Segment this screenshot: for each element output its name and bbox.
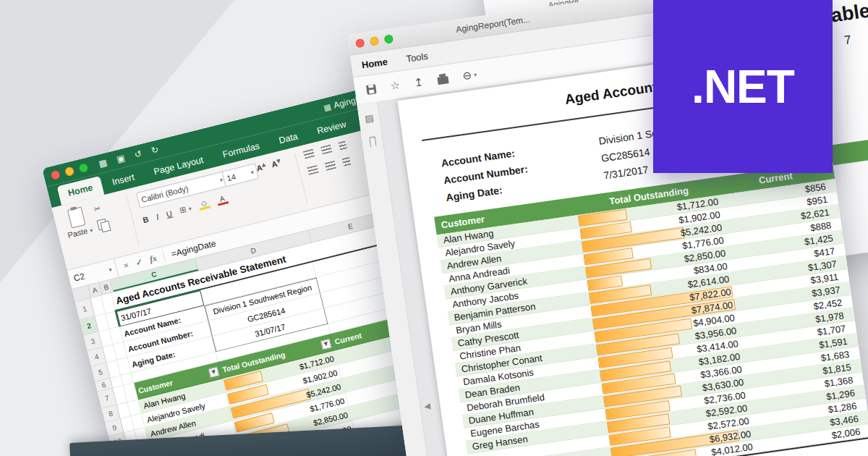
excel-doc-icon: ▦	[323, 102, 332, 113]
align-center-icon[interactable]	[320, 145, 332, 155]
font-color-icon[interactable]: A	[216, 194, 229, 206]
tab-home[interactable]: Home	[361, 56, 388, 70]
share-icon[interactable]: ↥	[413, 75, 424, 90]
clipboard-icon	[67, 206, 86, 228]
increase-font-icon[interactable]: A▲	[255, 161, 267, 173]
attachments-icon[interactable]	[368, 136, 376, 147]
dotnet-logo-text: .NET	[692, 60, 794, 114]
filter-button[interactable]: ▼	[320, 338, 332, 350]
borders-icon[interactable]: ⊞ ▾	[179, 203, 192, 216]
cut-icon[interactable]: ✂	[93, 203, 103, 215]
copy-icon[interactable]	[97, 219, 108, 230]
page-thumbnails-icon[interactable]: ▤	[364, 112, 374, 124]
align-right-icon[interactable]	[339, 140, 347, 150]
dotnet-logo: .NET	[653, 0, 833, 173]
group-divider	[126, 195, 139, 246]
font-size-select[interactable]: 14▾	[221, 163, 259, 187]
window-controls	[355, 34, 393, 48]
italic-button[interactable]: I	[155, 212, 159, 221]
fill-color-icon[interactable]: ◇	[198, 199, 211, 211]
insert-function-icon[interactable]: fx	[148, 253, 158, 265]
paste-button[interactable]: Paste ▾	[60, 205, 95, 240]
zoom-icon[interactable]: ⊖▾	[461, 68, 477, 83]
wrap-text-icon[interactable]	[342, 157, 351, 166]
tab-tools[interactable]: Tools	[405, 50, 428, 64]
zoom-button[interactable]	[384, 34, 394, 44]
decrease-font-icon[interactable]: A▼	[271, 158, 282, 169]
window-title: AgingReport(Tem...	[456, 14, 531, 35]
field-value: 7/31/2017	[603, 164, 649, 182]
star-icon[interactable]: ☆	[389, 79, 401, 93]
close-button[interactable]	[355, 38, 365, 48]
print-icon[interactable]	[437, 76, 448, 85]
align-left-icon[interactable]	[303, 149, 315, 159]
collapse-panel-icon[interactable]: ◀	[424, 401, 431, 411]
indent-increase-icon[interactable]	[325, 161, 336, 171]
stage: AgingRe... able 7 ▦ ▣ ↺ ↻ ▦AgingR... Hom…	[0, 0, 868, 456]
underline-button[interactable]: U	[165, 208, 173, 219]
enter-icon[interactable]: ✓	[135, 256, 144, 268]
filter-button[interactable]: ▼	[208, 366, 220, 378]
cancel-icon[interactable]: ×	[122, 260, 129, 271]
save-icon[interactable]	[366, 84, 377, 95]
bold-button[interactable]: B	[142, 214, 150, 224]
minimize-button[interactable]	[370, 36, 380, 46]
indent-decrease-icon[interactable]	[307, 165, 318, 175]
